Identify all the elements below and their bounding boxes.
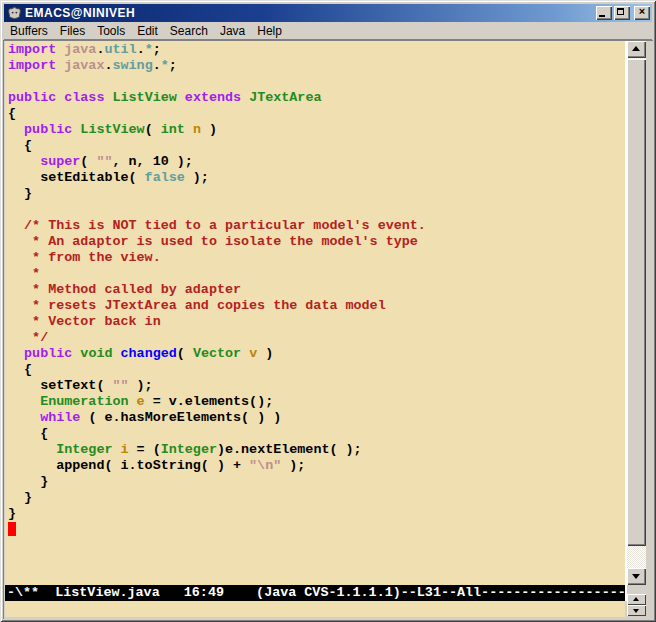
- arrow-up-icon: [632, 46, 640, 51]
- code-line: * Vector back in: [8, 314, 625, 330]
- window-controls: ×: [594, 6, 650, 20]
- minimize-icon: [599, 15, 605, 17]
- code-line: public class ListView extends JTextArea: [8, 90, 625, 106]
- code-area: import java.util.*;import javax.swing.*;…: [8, 42, 625, 538]
- code-line: }: [8, 490, 625, 506]
- code-line: * resets JTextArea and copies the data m…: [8, 298, 625, 314]
- code-line: *: [8, 266, 625, 282]
- title-bar[interactable]: EMACS@NINIVEH ×: [4, 4, 652, 22]
- code-line: * from the view.: [8, 250, 625, 266]
- code-line: Integer i = (Integer)e.nextElement( );: [8, 442, 625, 458]
- emacs-gnu-icon[interactable]: [7, 6, 22, 21]
- code-line: public void changed( Vector v ): [8, 346, 625, 362]
- close-icon: ×: [634, 5, 650, 17]
- text-cursor: [8, 522, 16, 536]
- code-line: append( i.toString( ) + "\n" );: [8, 458, 625, 474]
- code-line: }: [8, 186, 625, 202]
- menu-item-edit[interactable]: Edit: [131, 23, 164, 39]
- minimize-button[interactable]: [596, 6, 612, 20]
- code-line: setEditable( false );: [8, 170, 625, 186]
- mode-line: -\** ListView.java 16:49 (Java CVS-1.1.1…: [5, 585, 625, 601]
- menu-item-java[interactable]: Java: [214, 23, 251, 39]
- minibuffer-scrollbar: [627, 594, 646, 616]
- menu-item-help[interactable]: Help: [251, 23, 288, 39]
- arrow-down-icon: [633, 609, 639, 613]
- minibuffer-scroll-up-button[interactable]: [627, 594, 646, 605]
- code-line: */: [8, 330, 625, 346]
- menu-item-buffers[interactable]: Buffers: [4, 23, 54, 39]
- text-buffer[interactable]: import java.util.*;import javax.swing.*;…: [5, 41, 625, 585]
- code-line: [8, 74, 625, 90]
- scrollbar-thumb[interactable]: [627, 59, 646, 546]
- code-line: /* This is NOT tied to a particular mode…: [8, 218, 625, 234]
- maximize-icon: [617, 8, 624, 15]
- code-line: * Method called by adapter: [8, 282, 625, 298]
- code-line: while ( e.hasMoreElements( ) ): [8, 410, 625, 426]
- menu-bar: BuffersFilesToolsEditSearchJavaHelp: [4, 22, 652, 40]
- code-line: * An adaptor is used to isolate the mode…: [8, 234, 625, 250]
- code-line: {: [8, 362, 625, 378]
- code-line: }: [8, 506, 625, 522]
- scroll-up-button[interactable]: [627, 41, 646, 58]
- emacs-window: EMACS@NINIVEH × BuffersFilesToolsEditSea…: [0, 0, 656, 622]
- menu-item-search[interactable]: Search: [164, 23, 214, 39]
- minibuffer-scroll-down-button[interactable]: [627, 605, 646, 616]
- menu-item-tools[interactable]: Tools: [91, 23, 131, 39]
- arrow-down-icon: [632, 574, 640, 579]
- code-line: [8, 202, 625, 218]
- code-line: {: [8, 106, 625, 122]
- code-line: import javax.swing.*;: [8, 58, 625, 74]
- minibuffer[interactable]: [5, 601, 625, 617]
- window-title: EMACS@NINIVEH: [25, 4, 594, 22]
- code-line: import java.util.*;: [8, 42, 625, 58]
- maximize-button[interactable]: [614, 6, 630, 20]
- code-line: setText( "" );: [8, 378, 625, 394]
- code-line: }: [8, 474, 625, 490]
- code-line: {: [8, 138, 625, 154]
- code-line: [8, 522, 625, 538]
- vertical-scrollbar[interactable]: [627, 41, 646, 585]
- close-button[interactable]: ×: [634, 6, 650, 20]
- code-line: super( "", n, 10 );: [8, 154, 625, 170]
- code-line: Enumeration e = v.elements();: [8, 394, 625, 410]
- code-line: {: [8, 426, 625, 442]
- scroll-down-button[interactable]: [627, 568, 646, 585]
- menu-item-files[interactable]: Files: [54, 23, 91, 39]
- arrow-up-icon: [633, 597, 639, 601]
- code-line: public ListView( int n ): [8, 122, 625, 138]
